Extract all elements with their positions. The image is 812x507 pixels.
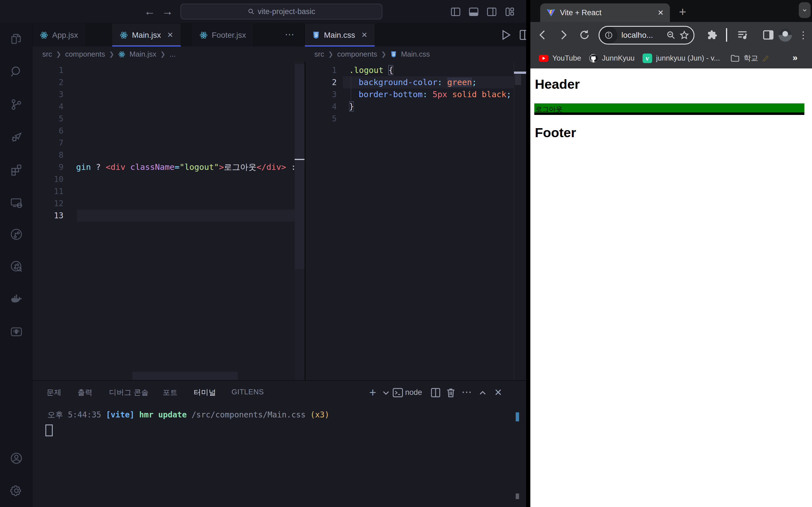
window-split-divider[interactable] [526, 0, 530, 507]
customize-layout-icon[interactable] [504, 6, 515, 17]
crumb[interactable]: ... [169, 50, 175, 59]
panel-tab-debug-console[interactable]: 디버그 콘솔 [109, 388, 149, 397]
gitlens-inspect-icon[interactable] [10, 260, 23, 273]
overview-ruler-cursor-mark [295, 159, 305, 160]
browser-menu-kebab-icon[interactable]: ⋮ [797, 29, 809, 41]
run-icon[interactable] [499, 28, 513, 42]
tab-label: App.jsx [52, 31, 78, 40]
bookmark-star-icon[interactable] [679, 30, 690, 41]
toggle-secondary-sidebar-icon[interactable] [486, 6, 497, 17]
kill-terminal-trash-icon[interactable] [445, 386, 457, 399]
back-icon[interactable] [537, 29, 549, 41]
search-icon [248, 8, 255, 15]
workspace-title: vite-project-basic [258, 7, 315, 16]
editor-main-jsx[interactable]: 12345678910111213 gin ? <div className="… [33, 62, 305, 380]
scrollbar-thumb[interactable] [295, 64, 305, 269]
toggle-panel-icon[interactable] [468, 6, 479, 17]
terminal-dropdown-chevron-icon[interactable] [380, 386, 392, 399]
panel-tab-gitlens[interactable]: GITLENS [232, 388, 264, 396]
terminal-cursor[interactable] [45, 425, 53, 436]
line-number: 5 [33, 113, 63, 125]
bookmarks-overflow-chevron-icon[interactable]: » [793, 52, 798, 63]
split-terminal-icon[interactable] [429, 386, 442, 399]
bookmark-youtube[interactable]: YouTube [539, 48, 581, 68]
bookmark-github[interactable]: JunnKyuu [589, 48, 635, 68]
vscode-window: ← → vite-project-basic [0, 0, 526, 507]
history-forward-icon[interactable]: → [160, 4, 175, 18]
line-number: 1 [33, 64, 63, 76]
editor-vertical-scrollbar[interactable] [295, 62, 305, 380]
site-info-icon[interactable] [600, 27, 617, 44]
explorer-icon[interactable] [10, 32, 23, 46]
close-icon[interactable]: ✕ [361, 31, 367, 40]
postgresql-icon[interactable] [10, 325, 23, 339]
crumb[interactable]: Main.jsx [130, 50, 156, 59]
browser-tab[interactable]: Vite + React ✕ [540, 3, 670, 22]
close-panel-icon[interactable]: ✕ [492, 386, 504, 399]
tab-footer-jsx[interactable]: Footer.jsx [192, 24, 253, 47]
crumb[interactable]: Main.css [401, 50, 430, 59]
current-line-highlight [77, 210, 295, 222]
profile-avatar[interactable] [778, 28, 792, 42]
crumb[interactable]: src [42, 50, 52, 59]
settings-gear-icon[interactable] [10, 484, 23, 497]
forward-icon[interactable] [557, 29, 569, 41]
panel-tab-problems[interactable]: 문제 [47, 388, 61, 397]
url-text[interactable]: localho... [621, 31, 666, 40]
new-tab-icon[interactable]: + [676, 6, 689, 18]
bookmarks-bar: YouTube JunnKyuu v junnkyuu (Jun) - v...… [530, 48, 812, 68]
extensions-icon[interactable] [10, 163, 23, 176]
tab-overflow-icon[interactable]: ⋯ [285, 29, 294, 40]
logout-bar[interactable]: 로그아웃 [534, 103, 804, 115]
terminal-output-line: 오후 5:44:35 [vite] hmr update /src/compon… [47, 409, 329, 420]
breadcrumb-left[interactable]: src❯ components❯ Main.jsx❯ ... [42, 47, 175, 62]
account-icon[interactable] [10, 452, 23, 465]
tab-main-jsx[interactable]: Main.jsx ✕ [112, 24, 181, 47]
reload-icon[interactable] [578, 29, 591, 41]
editor-horizontal-scrollbar[interactable] [133, 372, 238, 380]
search-icon[interactable] [10, 65, 23, 78]
breadcrumb-right[interactable]: src❯ components❯ Main.css [314, 47, 430, 62]
url-bar[interactable]: localho... [599, 26, 695, 45]
vscode-tab-bar: App.jsx Main.jsx ✕ Footer.jsx ⋯ Main.css… [33, 24, 526, 47]
tab-search-chevron-icon[interactable] [799, 2, 811, 18]
editor-main-css[interactable]: 12345 .logout { background-color: green;… [306, 62, 526, 380]
panel-tab-terminal[interactable]: 터미널 [194, 388, 216, 397]
bookmark-label: JunnKyuu [602, 54, 635, 62]
docker-icon[interactable] [10, 292, 23, 306]
bookmark-velog[interactable]: v junnkyuu (Jun) - v... [643, 48, 720, 68]
panel-tab-ports[interactable]: 포트 [163, 388, 177, 397]
toggle-primary-sidebar-icon[interactable] [450, 6, 461, 17]
chevron-right-icon: ❯ [109, 51, 114, 58]
tab-app-jsx[interactable]: App.jsx [33, 24, 86, 47]
source-control-icon[interactable] [10, 98, 23, 111]
new-terminal-icon[interactable]: + [366, 386, 379, 399]
maximize-panel-chevron-up-icon[interactable] [476, 386, 489, 399]
line-number: 12 [33, 198, 63, 210]
crumb[interactable]: components [337, 50, 377, 59]
bookmark-folder-school[interactable]: 학교 [730, 48, 769, 68]
tab-main-css[interactable]: Main.css ✕ [305, 24, 375, 47]
browser-toolbar: localho... ⋮ [530, 22, 812, 48]
media-controls-icon[interactable] [736, 29, 749, 41]
run-debug-icon[interactable] [10, 130, 23, 144]
extensions-puzzle-icon[interactable] [707, 29, 719, 41]
vscode-activity-bar [0, 24, 33, 507]
line-number: 1 [306, 64, 337, 76]
panel-more-actions-icon[interactable]: ⋯ [460, 386, 473, 399]
command-center-search[interactable]: vite-project-basic [181, 4, 382, 19]
terminal-shell-label[interactable]: node [405, 388, 422, 397]
scrollbar-border [514, 62, 514, 380]
react-icon [119, 31, 128, 40]
crumb[interactable]: components [65, 50, 105, 59]
tab-close-icon[interactable]: ✕ [658, 8, 664, 17]
crumb[interactable]: src [314, 50, 324, 59]
panel-tab-output[interactable]: 출력 [78, 388, 93, 397]
close-icon[interactable]: ✕ [167, 31, 173, 40]
side-panel-icon[interactable] [762, 29, 774, 41]
scrollbar-thumb[interactable] [515, 74, 521, 85]
history-back-icon[interactable]: ← [142, 4, 157, 18]
remote-explorer-icon[interactable] [10, 196, 23, 210]
zoom-icon[interactable] [666, 30, 676, 40]
gitlens-icon[interactable] [10, 228, 23, 241]
